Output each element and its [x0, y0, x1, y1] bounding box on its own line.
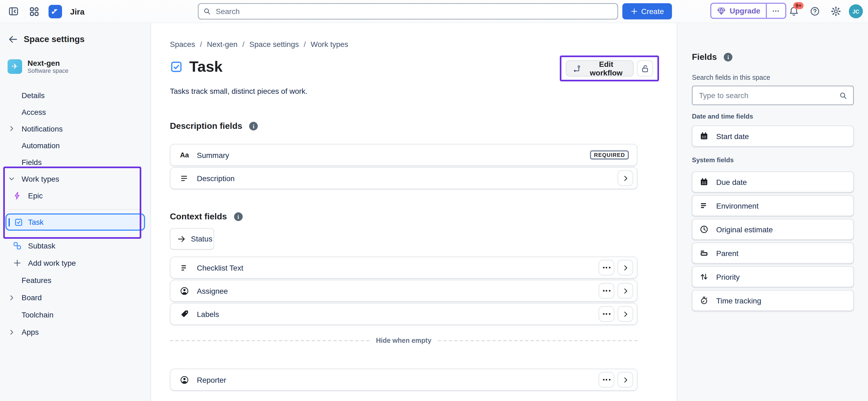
stopwatch-icon: [700, 296, 709, 305]
sidebar-item-epic[interactable]: Epic: [0, 187, 151, 204]
align-left-icon: [179, 174, 190, 182]
project-subtitle: Software space: [28, 67, 68, 74]
sidebar-item-toolchain[interactable]: Toolchain: [0, 306, 151, 323]
sidebar-item-notifications[interactable]: Notifications: [0, 120, 151, 137]
sidebar-item-apps[interactable]: Apps: [0, 323, 151, 341]
sidebar-item-board[interactable]: Board: [0, 289, 151, 306]
fields-search-input[interactable]: [698, 91, 839, 100]
draggable-field-environment[interactable]: Environment: [692, 195, 854, 216]
more-options-button[interactable]: [599, 372, 614, 388]
field-label: Due date: [716, 177, 747, 186]
field-label: Time tracking: [716, 296, 761, 305]
breadcrumb-work-types[interactable]: Work types: [311, 40, 348, 48]
more-options-button[interactable]: [599, 260, 614, 275]
field-row-summary[interactable]: Aa Summary REQUIRED: [170, 144, 638, 166]
system-fields-list: Due date Environment Original estimate P…: [692, 171, 854, 311]
field-label: Description: [197, 174, 235, 182]
sidebar-item-add-work-type[interactable]: Add work type: [0, 255, 151, 272]
topbar-right-group: 9+ JC: [786, 0, 863, 23]
short-text-icon: [700, 201, 709, 210]
sidebar-item-subtask[interactable]: Subtask: [0, 237, 151, 255]
breadcrumb-spaces[interactable]: Spaces: [170, 40, 195, 48]
unlock-icon: [641, 64, 650, 73]
unlock-button[interactable]: [637, 60, 653, 76]
info-icon[interactable]: i: [249, 122, 258, 130]
sidebar-item-features[interactable]: Features: [0, 272, 151, 289]
sidebar-header: Space settings: [7, 32, 151, 47]
field-row-reporter[interactable]: Reporter: [170, 369, 638, 391]
subtask-icon: [13, 241, 22, 250]
create-button-label: Create: [641, 7, 664, 15]
field-row-checklist-text[interactable]: Checklist Text: [170, 257, 638, 279]
jira-logo-icon[interactable]: [49, 5, 62, 18]
status-field-card[interactable]: Status: [170, 228, 214, 249]
field-row-assignee[interactable]: Assignee: [170, 280, 638, 302]
upgrade-button[interactable]: Upgrade: [711, 4, 766, 18]
person-icon: [179, 375, 190, 385]
sidebar-item-automation[interactable]: Automation: [0, 137, 151, 154]
fields-search-box[interactable]: [692, 86, 854, 105]
search-icon: [839, 91, 848, 100]
drag-caret: [9, 218, 10, 226]
dashed-line: [170, 340, 369, 341]
chevron-right-icon: [8, 329, 15, 336]
more-options-button[interactable]: [599, 283, 614, 299]
draggable-field-time-tracking[interactable]: Time tracking: [692, 290, 854, 311]
description-fields-list: Aa Summary REQUIRED Description: [170, 144, 638, 189]
ellipsis-icon: [603, 290, 610, 292]
field-label: Environment: [716, 201, 758, 210]
help-button[interactable]: [807, 3, 823, 20]
sidebar-menu: Details Access Notifications Automation …: [0, 87, 151, 341]
epic-icon: [13, 191, 22, 200]
expand-chevron-button[interactable]: [618, 260, 633, 275]
more-options-button[interactable]: [599, 306, 614, 322]
info-icon[interactable]: i: [724, 53, 732, 61]
search-input[interactable]: [215, 6, 613, 16]
top-bar: Jira Create Upgrade: [0, 0, 868, 23]
project-avatar: ✈: [7, 59, 22, 74]
parent-icon: [700, 248, 709, 258]
sidebar-item-access[interactable]: Access: [0, 103, 151, 120]
user-avatar[interactable]: JC: [849, 4, 863, 18]
draggable-field-priority[interactable]: Priority: [692, 266, 854, 287]
edit-workflow-button[interactable]: Edit workflow: [566, 60, 634, 76]
priority-arrows-icon: [700, 272, 709, 281]
notifications-button[interactable]: 9+: [786, 3, 802, 20]
collapse-sidebar-button[interactable]: [5, 3, 22, 20]
field-row-labels[interactable]: Labels: [170, 303, 638, 325]
back-arrow-icon[interactable]: [7, 34, 18, 45]
plus-icon: [13, 259, 22, 267]
sidebar-item-task[interactable]: Task: [5, 213, 145, 231]
info-icon[interactable]: i: [234, 212, 243, 221]
context-fields-heading-row: Context fields i: [170, 211, 677, 223]
field-row-description[interactable]: Description: [170, 167, 638, 189]
global-search[interactable]: [198, 3, 618, 20]
sidebar-item-work-types[interactable]: Work types: [0, 170, 151, 187]
topbar-left-group: Jira: [5, 0, 84, 23]
chevron-right-icon: [8, 125, 15, 132]
create-button[interactable]: Create: [622, 3, 672, 20]
chevron-down-icon: [8, 175, 15, 182]
draggable-field-original-estimate[interactable]: Original estimate: [692, 219, 854, 240]
expand-chevron-button[interactable]: [618, 283, 633, 299]
draggable-field-due-date[interactable]: Due date: [692, 171, 854, 192]
page-layout: Space settings ✈ Next-gen Software space…: [0, 23, 868, 401]
calendar-icon: [700, 177, 709, 187]
description-fields-heading: Description fields: [170, 121, 242, 131]
short-text-icon: [179, 263, 190, 272]
upgrade-more-button[interactable]: [766, 4, 785, 18]
breadcrumb-next-gen[interactable]: Next-gen: [207, 40, 238, 48]
plus-icon: [630, 7, 638, 15]
sidebar-title: Space settings: [24, 34, 85, 44]
expand-chevron-button[interactable]: [618, 170, 633, 186]
sidebar-item-fields[interactable]: Fields: [0, 154, 151, 170]
breadcrumb-space-settings[interactable]: Space settings: [249, 40, 299, 48]
settings-button[interactable]: [828, 3, 844, 20]
draggable-field-start-date[interactable]: Start date: [692, 126, 854, 146]
expand-chevron-button[interactable]: [618, 306, 633, 322]
expand-chevron-button[interactable]: [618, 372, 633, 388]
sidebar-item-details[interactable]: Details: [0, 87, 151, 103]
app-switcher-button[interactable]: [26, 3, 42, 20]
notifications-badge: 9+: [793, 2, 804, 9]
draggable-field-parent[interactable]: Parent: [692, 242, 854, 264]
